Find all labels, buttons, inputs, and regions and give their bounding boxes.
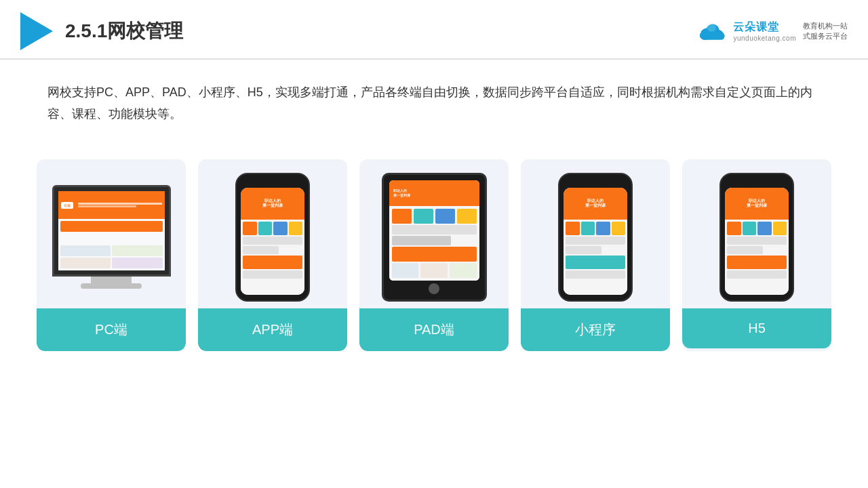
pad-row-2 <box>392 236 452 245</box>
mini-cell-1 <box>566 222 580 235</box>
pad-cell-4 <box>457 209 477 224</box>
phone-screen-header-app: 职达人的第一堂判课 <box>241 188 304 220</box>
card-app: 职达人的第一堂判课 <box>198 159 347 351</box>
phone-header-text-miniapp: 职达人的第一堂判课 <box>585 199 606 208</box>
phone-notch-app <box>259 180 286 185</box>
phone-row-1-miniapp <box>566 237 625 245</box>
mini-cell-3 <box>596 222 610 235</box>
pc-screen-top: 云朵 <box>58 191 165 219</box>
pad-screen-header: 职达人的第一堂判课 <box>389 180 479 206</box>
phone-cell-2 <box>258 222 273 235</box>
phone-icon-row-app <box>243 222 302 235</box>
card-image-h5: 职达人的第一堂判课 <box>682 159 831 308</box>
pad-bottom-cell-3 <box>450 263 477 278</box>
phone-row-1-h5 <box>727 237 787 245</box>
pad-bottom-cell-2 <box>420 263 448 278</box>
pad-header-text: 职达人的第一堂判课 <box>393 188 410 197</box>
pad-banner <box>392 247 477 262</box>
description: 网校支持PC、APP、PAD、小程序、H5，实现多端打通，产品各终端自由切换，数… <box>0 60 868 139</box>
pad-icon-row <box>392 209 477 224</box>
pad-cell-3 <box>435 209 455 224</box>
phone-notch-miniapp <box>582 180 609 185</box>
phone-screen-miniapp: 职达人的第一堂判课 <box>564 188 627 295</box>
card-label-app: APP端 <box>198 308 347 351</box>
phone-header-text-h5: 职达人的第一堂判课 <box>747 199 767 208</box>
pc-base <box>81 283 142 289</box>
brand-text-block: 云朵课堂 yunduoketang.com <box>733 20 796 42</box>
cards-container: 云朵 <box>0 139 868 378</box>
pad-mockup: 职达人的第一堂判课 <box>382 173 487 302</box>
phone-row-3-miniapp <box>566 270 625 279</box>
card-label-h5: H5 <box>682 308 831 348</box>
pc-screen-outer: 云朵 <box>52 185 171 277</box>
phone-banner-app <box>243 256 302 269</box>
header: 2.5.1网校管理 云朵课堂 yunduoketang.com <box>0 0 868 60</box>
pc-screen-bottom <box>58 219 165 270</box>
description-text: 网校支持PC、APP、PAD、小程序、H5，实现多端打通，产品各终端自由切换，数… <box>47 81 821 125</box>
pad-bottom-row <box>392 263 477 278</box>
header-right: 云朵课堂 yunduoketang.com 教育机构一站式服务云平台 <box>696 20 848 42</box>
pad-cell-2 <box>414 209 433 224</box>
phone-screen-header-h5: 职达人的第一堂判课 <box>725 188 789 220</box>
phone-screen-header-miniapp: 职达人的第一堂判课 <box>564 188 627 220</box>
phone-screen-body-miniapp <box>564 220 627 295</box>
svg-rect-4 <box>701 33 725 40</box>
phone-icon-row-h5 <box>727 222 787 235</box>
card-label-pad: PAD端 <box>359 308 509 351</box>
cloud-icon <box>696 20 729 42</box>
mini-cell-2 <box>581 222 595 235</box>
svg-point-5 <box>707 24 716 32</box>
h5-cell-4 <box>773 222 787 235</box>
h5-phone-mockup: 职达人的第一堂判课 <box>719 173 794 302</box>
phone-cell-1 <box>243 222 257 235</box>
miniapp-phone-mockup: 职达人的第一堂判课 <box>558 173 633 302</box>
card-h5: 职达人的第一堂判课 <box>682 159 831 351</box>
card-image-miniapp: 职达人的第一堂判课 <box>521 159 670 308</box>
header-left: 2.5.1网校管理 <box>20 12 183 50</box>
phone-cell-4 <box>289 222 303 235</box>
phone-icon-row-miniapp <box>566 222 625 235</box>
phone-screen-body-app <box>241 220 304 295</box>
brand-icon: 云朵课堂 yunduoketang.com <box>696 20 796 42</box>
phone-row-3-app <box>243 270 302 279</box>
h5-cell-1 <box>727 222 741 235</box>
card-image-pc: 云朵 <box>37 159 186 308</box>
phone-row-1-app <box>243 237 302 245</box>
logo-triangle-icon <box>20 12 53 50</box>
h5-cell-2 <box>743 222 757 235</box>
app-phone-mockup: 职达人的第一堂判课 <box>235 173 310 302</box>
card-miniapp: 职达人的第一堂判课 <box>521 159 670 351</box>
phone-cell-3 <box>273 222 288 235</box>
brand-name: 云朵课堂 <box>733 20 796 35</box>
pc-stand <box>91 277 132 283</box>
phone-header-text-app: 职达人的第一堂判课 <box>262 199 283 208</box>
pad-row-1 <box>392 225 477 235</box>
phone-banner-h5 <box>727 256 787 269</box>
phone-row-3-h5 <box>727 270 787 279</box>
brand-logo: 云朵课堂 yunduoketang.com <box>696 20 796 42</box>
pad-cell-1 <box>392 209 412 224</box>
card-pad: 职达人的第一堂判课 <box>359 159 509 351</box>
phone-screen-h5: 职达人的第一堂判课 <box>725 188 789 295</box>
card-label-pc: PC端 <box>37 308 186 351</box>
brand-slogan: 教育机构一站式服务云平台 <box>803 21 848 42</box>
card-image-app: 职达人的第一堂判课 <box>198 159 347 308</box>
card-label-miniapp: 小程序 <box>521 308 670 351</box>
phone-notch-h5 <box>743 180 770 185</box>
mini-cell-4 <box>612 222 626 235</box>
pad-home-button <box>429 283 439 294</box>
phone-screen-app: 职达人的第一堂判课 <box>241 188 304 295</box>
phone-banner-miniapp <box>566 256 625 269</box>
pc-mockup: 云朵 <box>50 185 172 289</box>
card-pc: 云朵 <box>37 159 186 351</box>
brand-url: yunduoketang.com <box>733 35 796 42</box>
pad-screen: 职达人的第一堂判课 <box>389 180 479 281</box>
phone-row-2-h5 <box>727 246 763 254</box>
pad-screen-body <box>389 206 479 281</box>
card-image-pad: 职达人的第一堂判课 <box>359 159 509 308</box>
pad-bottom-cell-1 <box>392 263 419 278</box>
page-title: 2.5.1网校管理 <box>65 18 183 44</box>
pc-screen-content: 云朵 <box>58 191 165 270</box>
phone-row-2-miniapp <box>566 246 601 254</box>
phone-row-2-app <box>243 246 279 254</box>
